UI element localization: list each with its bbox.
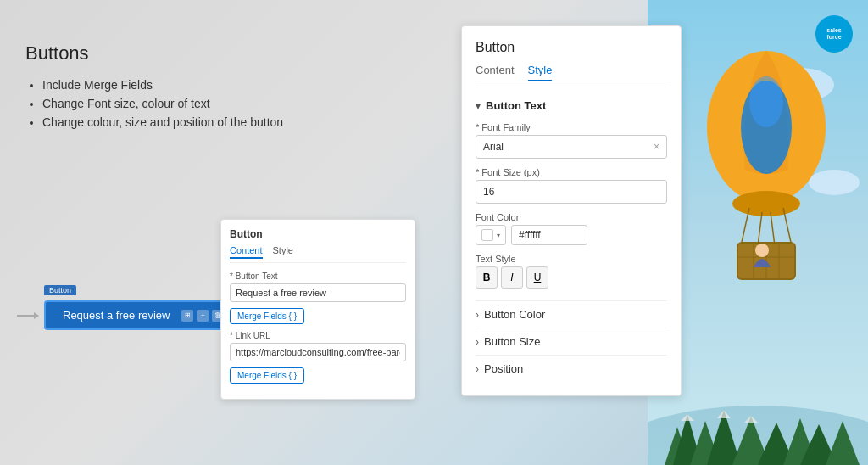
connector-arrow bbox=[34, 312, 39, 319]
position-title: Position bbox=[484, 362, 523, 375]
svg-line-4 bbox=[741, 208, 749, 246]
font-family-value: Arial bbox=[483, 141, 504, 153]
chevron-right-icon: › bbox=[476, 336, 479, 348]
color-row: ▾ bbox=[476, 225, 667, 245]
svg-point-3 bbox=[732, 191, 800, 216]
position-section[interactable]: › Position bbox=[476, 355, 667, 382]
color-swatch-button[interactable]: ▾ bbox=[476, 225, 506, 245]
chevron-right-icon: › bbox=[476, 309, 479, 321]
underline-button[interactable]: U bbox=[526, 266, 548, 289]
bold-button[interactable]: B bbox=[476, 266, 498, 289]
panel-tabs: Content Style bbox=[476, 64, 667, 87]
preview-button-text: Request a free review bbox=[63, 309, 170, 322]
clear-icon[interactable]: × bbox=[654, 141, 659, 153]
dropdown-arrow-icon: ▾ bbox=[497, 232, 500, 239]
small-card-title: Button bbox=[230, 228, 406, 240]
button-color-title: Button Color bbox=[484, 308, 545, 321]
font-size-input[interactable]: 16 bbox=[476, 180, 667, 204]
add-icon[interactable]: + bbox=[197, 310, 209, 322]
salesforce-logo: salesforce bbox=[815, 15, 853, 53]
tab-style[interactable]: Style bbox=[528, 64, 553, 81]
button-size-section[interactable]: › Button Size bbox=[476, 328, 667, 355]
link-url-field-label: * Link URL bbox=[230, 331, 406, 340]
svg-point-2 bbox=[749, 76, 783, 127]
svg-line-7 bbox=[771, 212, 775, 246]
balloon-illustration bbox=[690, 17, 843, 289]
button-tag: Button bbox=[44, 285, 76, 295]
button-text-section-header[interactable]: ▾ Button Text bbox=[476, 99, 667, 112]
color-value-input[interactable] bbox=[511, 225, 587, 245]
small-tab-content[interactable]: Content bbox=[230, 245, 263, 259]
button-color-section[interactable]: › Button Color bbox=[476, 300, 667, 328]
small-tab-style[interactable]: Style bbox=[273, 245, 293, 259]
salesforce-logo-text: salesforce bbox=[826, 27, 842, 42]
grid-icon[interactable]: ⊞ bbox=[181, 310, 193, 322]
panel-title: Button bbox=[476, 40, 667, 55]
button-text-input[interactable] bbox=[230, 283, 406, 302]
merge-fields-btn-1[interactable]: Merge Fields { } bbox=[230, 308, 304, 324]
list-item: Change Font size, colour of text bbox=[42, 97, 415, 110]
font-family-input[interactable]: Arial × bbox=[476, 135, 667, 159]
font-family-label: * Font Family bbox=[476, 122, 667, 132]
feature-list: Include Merge Fields Change Font size, c… bbox=[25, 78, 415, 129]
button-text-field-label: * Button Text bbox=[230, 272, 406, 281]
italic-button[interactable]: I bbox=[501, 266, 523, 289]
preview-button[interactable]: Request a free review ⊞ + 🗑 bbox=[44, 300, 242, 330]
button-text-section-title: Button Text bbox=[486, 99, 546, 112]
connector-line bbox=[17, 315, 34, 317]
svg-line-5 bbox=[783, 208, 792, 246]
text-style-label: Text Style bbox=[476, 254, 667, 264]
small-editor-card: Button Content Style * Button Text Merge… bbox=[220, 219, 415, 400]
svg-point-14 bbox=[755, 244, 769, 257]
small-tabs: Content Style bbox=[230, 245, 406, 263]
link-url-input[interactable] bbox=[230, 343, 406, 361]
button-wrapper: Button Request a free review ⊞ + 🗑 bbox=[44, 300, 242, 330]
font-color-label: Font Color bbox=[476, 212, 667, 222]
chevron-down-icon: ▾ bbox=[476, 100, 481, 112]
color-dot bbox=[481, 229, 493, 241]
button-size-title: Button Size bbox=[484, 335, 541, 348]
right-panel: Button Content Style ▾ Button Text * Fon… bbox=[461, 25, 682, 396]
page-title: Buttons bbox=[25, 42, 415, 64]
tab-content[interactable]: Content bbox=[476, 64, 515, 81]
merge-fields-btn-2[interactable]: Merge Fields { } bbox=[230, 367, 304, 384]
text-style-row: B I U bbox=[476, 266, 667, 289]
svg-line-6 bbox=[758, 212, 762, 246]
left-panel: Buttons Include Merge Fields Change Font… bbox=[25, 42, 415, 154]
font-size-value: 16 bbox=[483, 186, 494, 198]
chevron-right-icon: › bbox=[476, 363, 479, 375]
button-preview-area: Button Request a free review ⊞ + 🗑 bbox=[17, 300, 242, 330]
preview-icons: ⊞ + 🗑 bbox=[181, 310, 224, 322]
connector bbox=[17, 312, 39, 319]
font-size-label: * Font Size (px) bbox=[476, 167, 667, 177]
list-item: Include Merge Fields bbox=[42, 78, 415, 92]
list-item: Change colour, size and position of the … bbox=[42, 115, 415, 129]
